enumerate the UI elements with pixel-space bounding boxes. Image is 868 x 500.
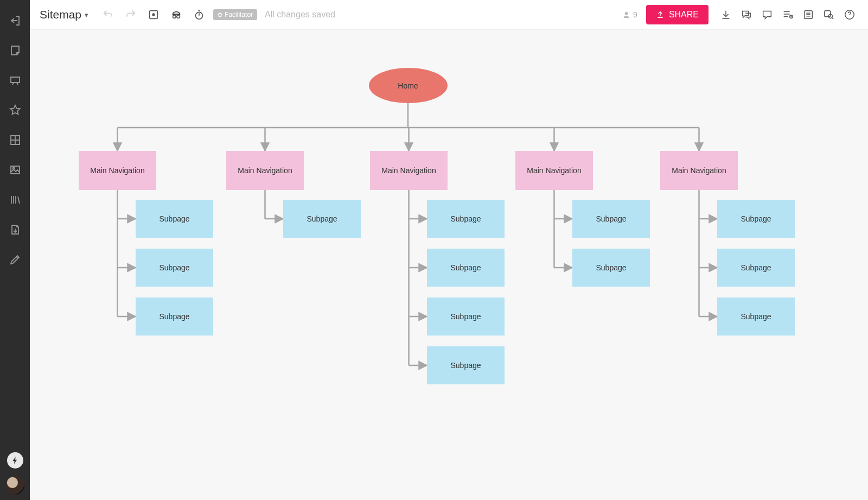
svg-rect-8 bbox=[825, 11, 831, 17]
incognito-icon[interactable] bbox=[168, 6, 185, 23]
library-icon[interactable] bbox=[0, 185, 30, 214]
help-icon[interactable] bbox=[841, 6, 858, 23]
list-icon[interactable] bbox=[800, 6, 817, 23]
top-toolbar: Sitemap ▾ Facilitator All changes saved … bbox=[30, 0, 868, 30]
present-icon[interactable] bbox=[0, 65, 30, 95]
facilitator-label: Facilitator bbox=[225, 11, 253, 18]
svg-point-0 bbox=[12, 167, 14, 169]
node-sub-4-1[interactable]: Subpage bbox=[717, 249, 795, 287]
grid-icon[interactable] bbox=[0, 125, 30, 155]
svg-point-3 bbox=[173, 15, 176, 18]
node-nav-2[interactable]: Main Navigation bbox=[370, 151, 448, 190]
focus-icon[interactable] bbox=[145, 6, 162, 23]
pencil-icon[interactable] bbox=[0, 244, 30, 274]
share-label: SHARE bbox=[669, 10, 699, 20]
comment-icon[interactable] bbox=[758, 6, 776, 23]
left-sidebar bbox=[0, 0, 30, 500]
svg-point-2 bbox=[152, 14, 155, 16]
document-title[interactable]: Sitemap bbox=[40, 8, 81, 21]
user-count[interactable]: 9 bbox=[622, 10, 637, 20]
diagram-canvas[interactable]: HomeMain NavigationSubpageSubpageSubpage… bbox=[30, 30, 868, 500]
import-icon[interactable] bbox=[0, 214, 30, 244]
share-button[interactable]: SHARE bbox=[646, 5, 709, 24]
image-icon[interactable] bbox=[0, 155, 30, 185]
node-sub-2-3[interactable]: Subpage bbox=[427, 346, 505, 384]
download-icon[interactable] bbox=[717, 6, 735, 23]
facilitator-badge[interactable]: Facilitator bbox=[213, 9, 257, 20]
node-sub-0-1[interactable]: Subpage bbox=[136, 249, 213, 287]
node-nav-1[interactable]: Main Navigation bbox=[226, 151, 304, 190]
node-sub-2-0[interactable]: Subpage bbox=[427, 200, 505, 238]
node-sub-2-1[interactable]: Subpage bbox=[427, 249, 505, 287]
node-sub-3-1[interactable]: Subpage bbox=[572, 249, 650, 287]
node-sub-0-0[interactable]: Subpage bbox=[136, 200, 213, 238]
node-sub-4-0[interactable]: Subpage bbox=[717, 200, 795, 238]
svg-point-4 bbox=[177, 15, 180, 18]
node-sub-0-2[interactable]: Subpage bbox=[136, 298, 213, 336]
node-sub-1-0[interactable]: Subpage bbox=[283, 200, 361, 238]
node-nav-0[interactable]: Main Navigation bbox=[79, 151, 156, 190]
node-nav-4[interactable]: Main Navigation bbox=[660, 151, 738, 190]
user-count-value: 9 bbox=[633, 10, 637, 19]
star-icon[interactable] bbox=[0, 95, 30, 125]
search-icon[interactable] bbox=[820, 6, 838, 23]
chat-icon[interactable] bbox=[738, 6, 755, 23]
node-nav-3[interactable]: Main Navigation bbox=[515, 151, 593, 190]
node-home[interactable]: Home bbox=[369, 68, 448, 103]
redo-button[interactable] bbox=[122, 6, 139, 23]
node-sub-2-2[interactable]: Subpage bbox=[427, 298, 505, 336]
activity-icon[interactable] bbox=[779, 6, 796, 23]
undo-button[interactable] bbox=[99, 6, 117, 23]
avatar[interactable] bbox=[6, 476, 24, 495]
note-icon[interactable] bbox=[0, 35, 30, 65]
timer-icon[interactable] bbox=[190, 6, 208, 23]
node-sub-4-2[interactable]: Subpage bbox=[717, 298, 795, 336]
chevron-down-icon[interactable]: ▾ bbox=[85, 11, 88, 19]
save-status: All changes saved bbox=[265, 10, 335, 20]
bolt-icon[interactable] bbox=[7, 452, 23, 469]
exit-icon[interactable] bbox=[0, 5, 30, 35]
node-sub-3-0[interactable]: Subpage bbox=[572, 200, 650, 238]
